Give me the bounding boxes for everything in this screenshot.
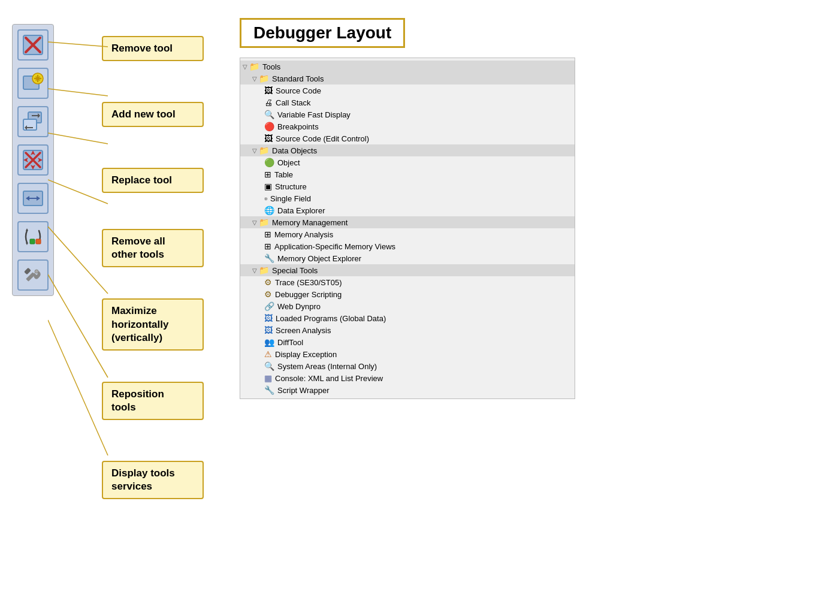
display-services-icon	[22, 264, 44, 286]
item-label: Call Stack	[276, 98, 311, 107]
scripting-icon: ⚙	[264, 289, 272, 299]
remove-tool-icon	[22, 34, 44, 56]
collapse-triangle: ▽	[252, 147, 257, 154]
list-item[interactable]: 🖨 Call Stack	[240, 96, 575, 108]
page-title: Debugger Layout	[240, 18, 405, 48]
trace-icon: ⚙	[264, 277, 272, 287]
maximize-callout: Maximizehorizontally(vertically)	[102, 298, 204, 350]
object-icon: 🟢	[264, 158, 274, 167]
item-label: Screen Analysis	[276, 326, 331, 335]
svg-rect-10	[23, 119, 37, 130]
svg-line-22	[48, 227, 108, 294]
list-item[interactable]: 🖼 Source Code (Edit Control)	[240, 132, 575, 144]
item-label: Data Explorer	[277, 206, 325, 215]
list-item[interactable]: ⚙ Trace (SE30/ST05)	[240, 276, 575, 288]
add-tool-label: Add new tool	[102, 102, 204, 127]
svg-rect-13	[30, 239, 35, 244]
list-item[interactable]: 🔧 Script Wrapper	[240, 384, 575, 396]
replace-tool-label: Replace tool	[102, 168, 204, 193]
list-item[interactable]: 🖼 Source Code	[240, 84, 575, 96]
list-item[interactable]: ▣ Structure	[240, 180, 575, 192]
item-label: Debugger Scripting	[275, 290, 342, 299]
display-services-callout: Display toolsservices	[102, 461, 204, 499]
remove-all-label: Remove allother tools	[102, 229, 204, 267]
list-item[interactable]: 🖼 Loaded Programs (Global Data)	[240, 312, 575, 324]
svg-line-20	[48, 133, 108, 144]
list-item[interactable]: ▫ Single Field	[240, 192, 575, 204]
add-tool-button[interactable]	[17, 68, 49, 99]
svg-line-18	[48, 42, 108, 47]
folder-icon: 📁	[259, 74, 269, 83]
tree-root[interactable]: ▽ 📁 Tools	[240, 61, 575, 73]
item-label: Loaded Programs (Global Data)	[276, 314, 386, 323]
list-item[interactable]: ⚠ Display Exception	[240, 348, 575, 360]
right-panel: Debugger Layout ▽ 📁 Tools ▽ 📁 Standard T…	[240, 18, 828, 399]
display-services-label: Display toolsservices	[102, 461, 204, 499]
item-label: Variable Fast Display	[277, 110, 350, 119]
list-item[interactable]: 🌐 Data Explorer	[240, 204, 575, 216]
app-memory-icon: ⊞	[264, 241, 271, 251]
collapse-triangle: ▽	[252, 219, 257, 226]
list-item[interactable]: ⊞ Memory Analysis	[240, 228, 575, 240]
item-label: Console: XML and List Preview	[275, 374, 383, 383]
list-item[interactable]: ⊞ Table	[240, 168, 575, 180]
source-edit-icon: 🖼	[264, 134, 273, 143]
list-item[interactable]: 🟢 Object	[240, 156, 575, 168]
svg-rect-14	[36, 239, 41, 244]
item-label: Application-Specific Memory Views	[274, 242, 395, 251]
item-label: Memory Object Explorer	[277, 254, 361, 263]
collapse-triangle: ▽	[252, 267, 257, 274]
single-field-icon: ▫	[264, 194, 267, 203]
collapse-triangle: ▽	[243, 64, 247, 70]
replace-tool-callout: Replace tool	[102, 168, 204, 193]
item-label: Breakpoints	[277, 122, 319, 131]
screen-analysis-icon: 🖼	[264, 325, 273, 335]
folder-icon: 📁	[259, 218, 269, 227]
replace-tool-button[interactable]	[17, 106, 49, 137]
list-item[interactable]: 🔧 Memory Object Explorer	[240, 252, 575, 264]
svg-line-21	[48, 180, 108, 204]
reposition-button[interactable]	[17, 221, 49, 252]
remove-all-callout: Remove allother tools	[102, 229, 204, 267]
group-data-objects[interactable]: ▽ 📁 Data Objects	[240, 144, 575, 156]
toolbar	[12, 24, 54, 296]
item-label: Display Exception	[275, 350, 337, 359]
maximize-label: Maximizehorizontally(vertically)	[102, 298, 204, 350]
list-item[interactable]: ⚙ Debugger Scripting	[240, 288, 575, 300]
svg-line-19	[48, 89, 108, 96]
difftool-icon: 👥	[264, 337, 274, 347]
display-services-button[interactable]	[17, 259, 49, 291]
remove-all-button[interactable]	[17, 144, 49, 176]
group-label: Memory Management	[272, 218, 348, 227]
remove-all-icon	[22, 149, 44, 171]
list-item[interactable]: 🔍 System Areas (Internal Only)	[240, 360, 575, 372]
item-label: System Areas (Internal Only)	[277, 362, 377, 371]
folder-icon: 📁	[249, 62, 259, 71]
list-item[interactable]: ⊞ Application-Specific Memory Views	[240, 240, 575, 252]
reposition-callout: Repositiontools	[102, 382, 204, 420]
group-standard-tools[interactable]: ▽ 📁 Standard Tools	[240, 73, 575, 84]
list-item[interactable]: 👥 DiffTool	[240, 336, 575, 348]
item-label: Table	[274, 170, 293, 179]
web-dynpro-icon: 🔗	[264, 301, 274, 311]
memory-analysis-icon: ⊞	[264, 230, 271, 239]
structure-icon: ▣	[264, 182, 272, 191]
item-label: Single Field	[270, 194, 311, 203]
collapse-triangle: ▽	[252, 76, 257, 82]
group-memory[interactable]: ▽ 📁 Memory Management	[240, 216, 575, 228]
group-label: Data Objects	[272, 146, 317, 155]
svg-rect-16	[24, 267, 31, 274]
list-item[interactable]: 🖼 Screen Analysis	[240, 324, 575, 336]
remove-tool-button[interactable]	[17, 29, 49, 61]
maximize-icon	[22, 188, 44, 209]
group-special-tools[interactable]: ▽ 📁 Special Tools	[240, 264, 575, 276]
console-icon: ▦	[264, 373, 272, 383]
list-item[interactable]: 🔍 Variable Fast Display	[240, 108, 575, 120]
table-icon: ⊞	[264, 170, 271, 179]
list-item[interactable]: 🔴 Breakpoints	[240, 120, 575, 132]
variable-icon: 🔍	[264, 110, 274, 119]
display-exception-icon: ⚠	[264, 349, 272, 359]
list-item[interactable]: ▦ Console: XML and List Preview	[240, 372, 575, 384]
maximize-button[interactable]	[17, 183, 49, 214]
list-item[interactable]: 🔗 Web Dynpro	[240, 300, 575, 312]
